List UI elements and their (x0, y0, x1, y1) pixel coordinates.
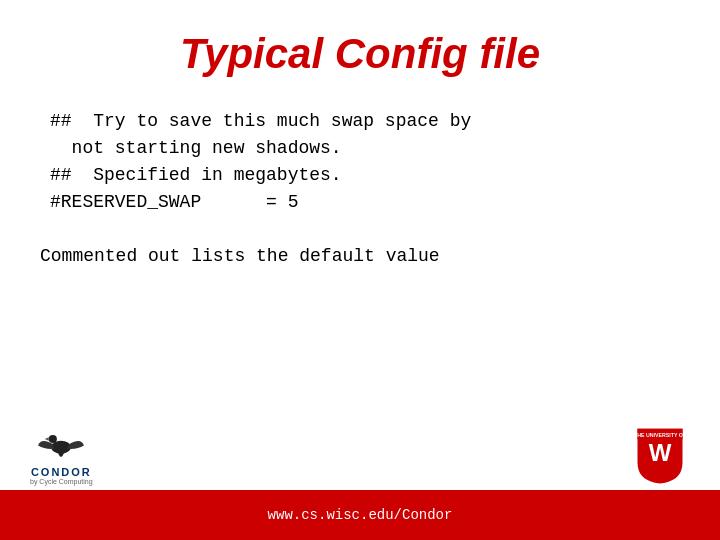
svg-text:W: W (649, 439, 672, 466)
uw-logo: W THE UNIVERSITY OF WISCONSIN MADISON (630, 425, 690, 485)
code-block: ## Try to save this much swap space by n… (40, 108, 680, 216)
svg-marker-2 (45, 437, 49, 440)
svg-point-1 (49, 435, 57, 443)
code-line-3: ## Specified in megabytes. (50, 162, 680, 189)
uw-shield-icon: W THE UNIVERSITY OF (630, 425, 690, 485)
condor-name: CONDOR (31, 466, 92, 478)
code-line-1: ## Try to save this much swap space by (50, 108, 680, 135)
condor-bird-icon (36, 421, 86, 466)
slide-title: Typical Config file (40, 30, 680, 78)
code-line-2: not starting new shadows. (50, 135, 680, 162)
footer-bar: www.cs.wisc.edu/Condor (0, 490, 720, 540)
svg-text:THE UNIVERSITY OF: THE UNIVERSITY OF (634, 432, 687, 438)
description-text: Commented out lists the default value (40, 246, 680, 266)
condor-logo: CONDOR by Cycle Computing (30, 421, 93, 485)
slide: Typical Config file ## Try to save this … (0, 0, 720, 540)
condor-subtext: by Cycle Computing (30, 478, 93, 485)
code-line-4: #RESERVED_SWAP = 5 (50, 189, 680, 216)
footer-url: www.cs.wisc.edu/Condor (268, 507, 453, 523)
